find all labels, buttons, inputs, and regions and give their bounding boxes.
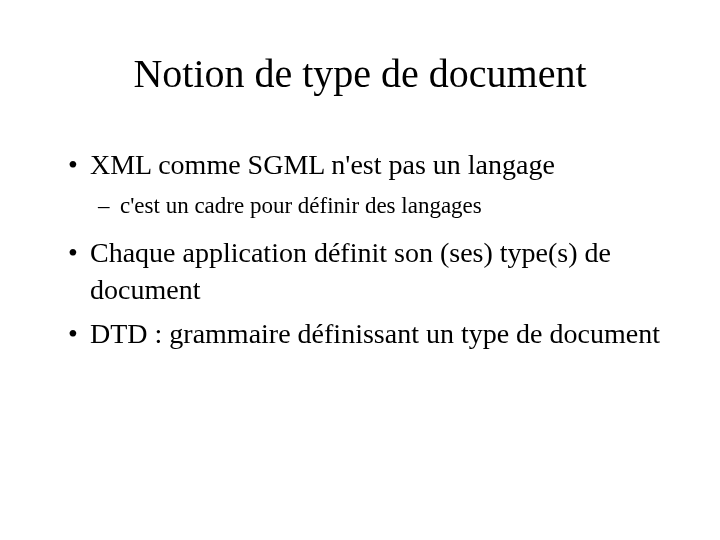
bullet-item: Chaque application définit son (ses) typ… <box>60 235 660 308</box>
slide-title: Notion de type de document <box>60 50 660 97</box>
bullet-item: XML comme SGML n'est pas un langage <box>60 147 660 183</box>
bullet-list: XML comme SGML n'est pas un langage c'es… <box>60 147 660 352</box>
bullet-item: DTD : grammaire définissant un type de d… <box>60 316 660 352</box>
sub-bullet-item: c'est un cadre pour définir des langages <box>60 191 660 221</box>
